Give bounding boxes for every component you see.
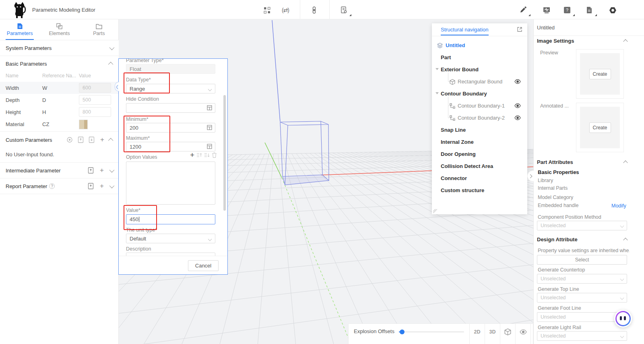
caret-expanded-icon[interactable] xyxy=(436,92,439,94)
caret-expanded-icon[interactable] xyxy=(436,68,439,70)
section-report-parameter[interactable]: Report Parameter ? + xyxy=(0,178,119,194)
generate-foot-line-select[interactable]: Unselected xyxy=(537,312,627,322)
help-icon[interactable]: ? xyxy=(563,6,572,15)
value-input[interactable]: 450 xyxy=(126,214,215,224)
tree-item-custom-structure[interactable]: Custom structure xyxy=(432,184,527,197)
document-icon[interactable] xyxy=(585,6,594,15)
tree-item-part[interactable]: Part xyxy=(432,52,527,64)
create-annotated-button[interactable]: Create xyxy=(589,122,611,133)
select-value: Range xyxy=(130,86,145,92)
height-value-input[interactable] xyxy=(79,107,111,117)
settings-nut-icon[interactable] xyxy=(608,6,617,15)
data-type-select[interactable]: Range xyxy=(126,84,215,93)
export-template-icon[interactable] xyxy=(77,136,84,143)
assistant-robot-button[interactable] xyxy=(614,310,632,327)
explosion-offsets-slider[interactable] xyxy=(399,332,464,332)
depth-value-input[interactable] xyxy=(79,95,111,105)
add-parameter-icon[interactable]: + xyxy=(99,136,106,143)
question-circle-icon[interactable]: ? xyxy=(49,183,55,189)
formula-icon[interactable] xyxy=(207,125,212,130)
add-parameter-icon[interactable]: + xyxy=(98,182,105,190)
table-row-material[interactable]: Material CZ xyxy=(0,118,119,132)
tree-item-door-opening[interactable]: Door Opening xyxy=(432,148,527,160)
section-basic-parameters[interactable]: Basic Parameters xyxy=(0,56,119,71)
cancel-button[interactable]: Cancel xyxy=(188,260,219,271)
sort-up-icon[interactable] xyxy=(196,152,202,158)
cube-view-icon[interactable] xyxy=(500,324,515,340)
hide-condition-input[interactable] xyxy=(126,103,215,113)
add-parameter-icon[interactable]: + xyxy=(98,167,105,174)
modify-link[interactable]: Modify xyxy=(611,203,626,209)
slider-knob[interactable] xyxy=(400,329,405,334)
attr-basic-properties[interactable]: Basic Properties xyxy=(538,169,579,175)
tab-parts[interactable]: Parts xyxy=(79,19,119,40)
attr-model-category[interactable]: Model Category xyxy=(538,195,573,200)
chevron-down-icon xyxy=(620,334,624,338)
tree-item-internal-zone[interactable]: Internal Zone xyxy=(432,136,527,148)
minimum-input[interactable] xyxy=(126,123,215,133)
section-custom-parameters[interactable]: Custom Parameters + xyxy=(0,132,119,148)
section-intermediate-parameter[interactable]: Intermediate Parameter + xyxy=(0,163,119,178)
generate-top-line-select[interactable]: Unselected xyxy=(537,293,627,303)
create-preview-button[interactable]: Create xyxy=(589,69,611,79)
tree-item-contour-boundary-1[interactable]: Contour Boundary-1 xyxy=(432,100,527,112)
tree-item-root[interactable]: Untitled xyxy=(432,39,527,52)
material-swatch[interactable] xyxy=(79,120,88,129)
attr-library[interactable]: Library xyxy=(538,178,553,183)
tree-item-contour-boundary[interactable]: Contour Boundary xyxy=(432,88,527,100)
parameter-type-input[interactable] xyxy=(126,64,215,74)
dialog-scrollbar[interactable] xyxy=(223,95,226,211)
width-value-input[interactable] xyxy=(79,83,111,93)
sort-down-icon[interactable] xyxy=(204,152,210,158)
table-row-depth[interactable]: Depth D xyxy=(0,94,119,106)
generate-light-rail-select[interactable]: Unselected xyxy=(537,331,627,341)
tree-item-exterior-bound[interactable]: Exterior Bound xyxy=(432,64,527,76)
export-doc-icon[interactable] xyxy=(339,6,348,15)
add-option-icon[interactable]: + xyxy=(190,152,194,158)
tree-item-snap-line[interactable]: Snap Line xyxy=(432,124,527,136)
eye-icon[interactable] xyxy=(514,103,521,108)
tree-item-connector[interactable]: Connector xyxy=(432,172,527,184)
import-template-icon[interactable] xyxy=(88,136,95,143)
unit-type-select[interactable]: Default xyxy=(126,234,215,243)
chevron-up-icon[interactable] xyxy=(623,39,627,44)
component-position-select[interactable]: Unselected xyxy=(537,221,627,230)
export-template-icon[interactable] xyxy=(87,182,94,190)
eye-icon[interactable] xyxy=(514,79,521,84)
select-button[interactable]: Select xyxy=(537,255,627,265)
tree-item-rectangular-bound[interactable]: Rectangular Bound xyxy=(432,76,527,88)
select-value: Unselected xyxy=(541,223,566,228)
formula-icon[interactable] xyxy=(207,144,212,149)
monitor-icon[interactable] xyxy=(542,6,551,15)
generate-countertop-select[interactable]: Unselected xyxy=(537,274,627,284)
delete-icon[interactable] xyxy=(212,152,217,158)
chevron-up-icon[interactable] xyxy=(623,238,627,242)
structure-panel-title[interactable]: Structural navigation xyxy=(441,27,489,33)
visibility-icon[interactable] xyxy=(516,324,530,340)
table-row-height[interactable]: Height H xyxy=(0,106,119,118)
resize-handle-icon[interactable] xyxy=(433,209,437,213)
attr-internal-parts[interactable]: Internal Parts xyxy=(538,185,568,191)
external-link-icon[interactable] xyxy=(517,27,522,32)
col-value: Value xyxy=(79,73,91,79)
tree-item-contour-boundary-2[interactable]: Contour Boundary-2 xyxy=(432,112,527,124)
sync-icon[interactable]: (⇄) xyxy=(281,6,290,15)
formula-icon[interactable] xyxy=(207,105,212,110)
export-template-icon[interactable] xyxy=(87,167,94,174)
table-row-width[interactable]: Width W xyxy=(0,82,119,94)
eye-icon[interactable] xyxy=(514,115,521,120)
section-system-parameters[interactable]: System Parameters xyxy=(0,40,119,56)
tab-elements[interactable]: Elements xyxy=(39,19,79,40)
view-2d-button[interactable]: 2D xyxy=(470,324,485,340)
option-values-textarea[interactable] xyxy=(126,162,215,205)
tab-parameters[interactable]: Parameters xyxy=(0,19,39,40)
attr-embedded-handle[interactable]: Embedded handle xyxy=(538,203,578,208)
link-icon[interactable] xyxy=(310,6,318,15)
view-3d-button[interactable]: 3D xyxy=(485,324,500,340)
components-icon[interactable] xyxy=(262,6,271,15)
edit-pencil-icon[interactable] xyxy=(518,6,527,15)
gear-circle-icon[interactable] xyxy=(66,136,73,143)
chevron-up-icon[interactable] xyxy=(623,160,627,165)
tree-item-collision-detect-area[interactable]: Collision Detect Area xyxy=(432,160,527,172)
maximum-input[interactable] xyxy=(126,142,215,151)
